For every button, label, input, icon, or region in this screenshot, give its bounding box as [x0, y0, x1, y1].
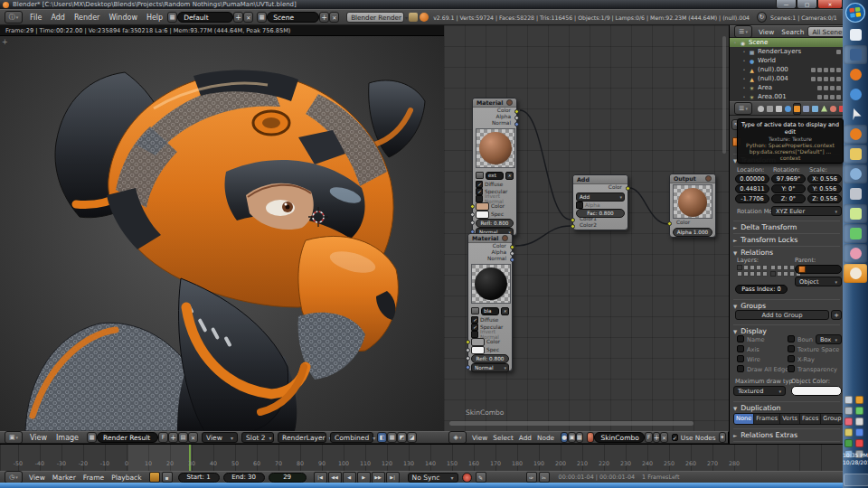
- render-tab[interactable]: [757, 103, 765, 115]
- outliner-item[interactable]: •◉Scene: [730, 38, 844, 47]
- tray-icon[interactable]: [855, 439, 863, 447]
- fake-user-button[interactable]: [158, 432, 168, 443]
- screen-layout-browse-icon[interactable]: ▦: [167, 12, 177, 23]
- material-name-field[interactable]: ext: [486, 172, 504, 180]
- node-header[interactable]: Output: [670, 174, 715, 183]
- horizontal-scrollbar[interactable]: [449, 421, 693, 426]
- restrict-render-icon[interactable]: [836, 77, 841, 81]
- tray-icon[interactable]: [844, 396, 853, 404]
- next-keyframe-button[interactable]: [372, 472, 385, 483]
- node-editor-canvas[interactable]: Material Color Alpha Normal ext Diffuse …: [444, 25, 730, 431]
- composite-nodes-icon[interactable]: ▣: [568, 432, 575, 443]
- node-preview-toggle-icon[interactable]: [502, 235, 508, 241]
- expander-icon[interactable]: •: [741, 49, 748, 54]
- rotation-x-field[interactable]: 97.969°: [771, 174, 806, 183]
- expander-icon[interactable]: •: [741, 85, 748, 90]
- restrict-select-icon[interactable]: [830, 68, 835, 72]
- layer-toggle[interactable]: [789, 271, 795, 277]
- jump-to-end-button[interactable]: [386, 472, 400, 483]
- material-tab[interactable]: [829, 103, 837, 115]
- color-channels-icon[interactable]: ▦: [387, 432, 397, 443]
- parent-type-select[interactable]: Object: [795, 277, 842, 286]
- render-layer-select[interactable]: RenderLayer: [278, 432, 326, 443]
- normal-input[interactable]: Normal: [471, 363, 509, 372]
- scene-browse-icon[interactable]: ▦: [257, 12, 267, 23]
- socket-normal-output[interactable]: [514, 122, 519, 127]
- close-button[interactable]: [817, 0, 843, 9]
- object-color-swatch[interactable]: [791, 386, 842, 396]
- menu-file[interactable]: File: [25, 14, 46, 22]
- rotation-z-field[interactable]: Z: 0°: [771, 194, 806, 203]
- duplication-faces-button[interactable]: Faces: [800, 414, 821, 424]
- render-anim-icon[interactable]: [420, 13, 429, 22]
- layer-toggle[interactable]: [777, 265, 782, 270]
- socket-color-output[interactable]: [510, 245, 514, 249]
- node-header[interactable]: Material: [468, 234, 512, 243]
- shader-nodes-icon[interactable]: ●: [561, 432, 568, 443]
- socket-color-input[interactable]: [667, 221, 672, 226]
- socket-color-input[interactable]: [470, 204, 475, 209]
- chrome-icon[interactable]: [844, 85, 867, 104]
- duplication-none-button[interactable]: None: [734, 414, 754, 424]
- socket-color1-input[interactable]: [571, 218, 575, 222]
- cursor-tool-icon[interactable]: [844, 105, 867, 124]
- jump-to-start-button[interactable]: [314, 472, 327, 483]
- blend-mode-select[interactable]: Add: [576, 192, 625, 202]
- transform-locks-panel-header[interactable]: Transform Locks: [733, 233, 840, 244]
- expander-icon[interactable]: •: [741, 58, 748, 63]
- socket-normal-output[interactable]: [510, 258, 514, 262]
- node-tree-name-field[interactable]: SkinCombo: [594, 432, 645, 443]
- restrict-render-icon[interactable]: [836, 86, 841, 90]
- specular-checkbox[interactable]: [471, 324, 478, 331]
- mix-node[interactable]: Add Color Add Alpha Fac: 0.800 Color1 Co…: [572, 174, 628, 230]
- window-icon[interactable]: [844, 184, 867, 203]
- layer-toggle[interactable]: [783, 265, 788, 270]
- scene-field[interactable]: Scene: [267, 12, 319, 23]
- layer-toggle[interactable]: [762, 265, 768, 270]
- media-icon[interactable]: [844, 224, 867, 243]
- duplication-frames-button[interactable]: Frames: [754, 414, 780, 424]
- firefox-icon[interactable]: [844, 65, 867, 84]
- menu-render[interactable]: Render: [70, 14, 104, 22]
- socket-alpha-output[interactable]: [514, 116, 519, 120]
- add-group-plus-button[interactable]: +: [831, 310, 842, 320]
- pass-index-field[interactable]: Pass Index: 0: [735, 285, 788, 294]
- axis-checkbox[interactable]: [737, 345, 744, 352]
- material-node-2[interactable]: Material Color Alpha Normal bla Diffuse …: [467, 233, 513, 371]
- lock-time-icon[interactable]: ▪: [162, 472, 173, 483]
- material-unlink-icon[interactable]: [505, 172, 514, 180]
- outliner-menu-view[interactable]: View: [755, 28, 778, 36]
- refresh-icon[interactable]: ↻: [757, 12, 767, 23]
- socket-alpha-output[interactable]: [510, 251, 514, 256]
- node-preview-toggle-icon[interactable]: [506, 99, 513, 106]
- start-button[interactable]: [844, 2, 866, 23]
- layer-toggle[interactable]: [750, 271, 755, 277]
- outliner-item[interactable]: •●World: [730, 56, 844, 65]
- reflectivity-slider[interactable]: Refl: 0.800: [476, 219, 514, 228]
- restrict-render-icon[interactable]: [836, 95, 841, 99]
- vertical-scrollbar[interactable]: [722, 36, 726, 154]
- taskbar-clock[interactable]: 10:35 PM 10/28/2013: [843, 452, 868, 466]
- socket-color-output[interactable]: [626, 186, 630, 191]
- restrict-view-icon[interactable]: [824, 77, 828, 81]
- material-datablock-icon[interactable]: [587, 432, 594, 443]
- location-z-field[interactable]: -1.7706: [735, 194, 769, 203]
- timeline-menu-playback[interactable]: Playback: [108, 474, 145, 482]
- spec-swatch[interactable]: [476, 211, 489, 219]
- image-editor-viewport[interactable]: +: [0, 36, 445, 431]
- socket-normal-input[interactable]: [466, 365, 470, 370]
- sync-mode-select[interactable]: No Sync: [408, 473, 458, 483]
- transparency-checkbox[interactable]: [788, 365, 795, 372]
- frame-start-field[interactable]: Start: 1: [178, 473, 220, 483]
- image-browse-icon[interactable]: ▦: [87, 432, 97, 443]
- diffuse-checkbox[interactable]: [476, 181, 483, 188]
- layer-toggle[interactable]: [770, 265, 776, 270]
- object-tab[interactable]: [793, 103, 801, 115]
- timeline-editor-type-icon[interactable]: ◷: [5, 471, 23, 483]
- reflectivity-slider[interactable]: Refl: 0.800: [471, 354, 509, 363]
- data-icon[interactable]: [811, 77, 816, 81]
- wire-checkbox[interactable]: [737, 355, 744, 362]
- scissors-icon[interactable]: ✂: [539, 472, 550, 483]
- modifier-icon[interactable]: [817, 77, 822, 81]
- data-icon[interactable]: [811, 68, 816, 72]
